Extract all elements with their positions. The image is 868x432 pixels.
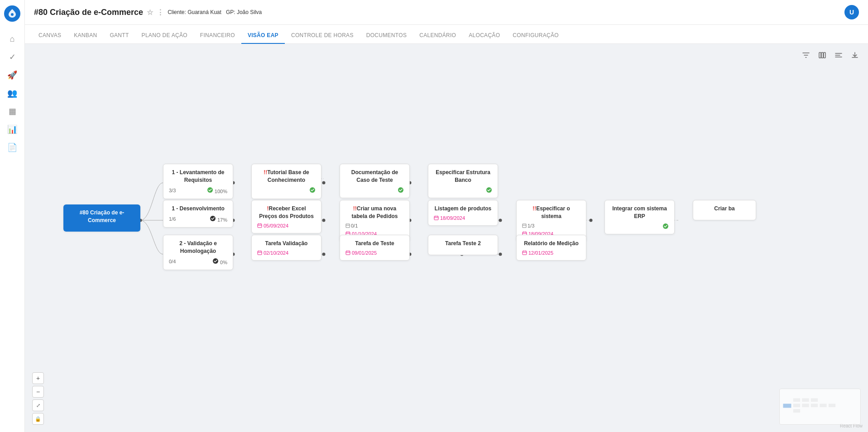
svg-point-15	[322, 181, 326, 185]
tab-gantt[interactable]: GANTT	[103, 28, 135, 44]
tab-plano[interactable]: PLANO DE AÇÃO	[135, 28, 194, 44]
node-listagem[interactable]: Listagem de produtos 18/09/2024	[428, 200, 498, 226]
svg-rect-44	[346, 251, 350, 255]
tab-alocacao[interactable]: ALOCAÇÃO	[462, 28, 506, 44]
node-dev-stats: 1/6 17%	[169, 215, 227, 223]
node-doc-title: Documentação de Caso de Teste	[345, 169, 404, 184]
svg-rect-54	[820, 404, 827, 408]
node-erp-title: Integrar com sistema ERP	[610, 205, 669, 220]
node-integrar-erp[interactable]: Integrar com sistema ERP	[604, 200, 675, 234]
svg-rect-51	[802, 404, 809, 408]
node-relatorio-title: Relatório de Medição	[522, 240, 580, 247]
node-tarefa-teste2[interactable]: Tarefa Teste 2	[428, 235, 498, 255]
tab-horas[interactable]: CONTROLE DE HORAS	[285, 28, 360, 44]
nav-tabs: CANVAS KANBAN GANTT PLANO DE AÇÃO FINANC…	[25, 25, 868, 44]
svg-point-29	[590, 219, 593, 222]
svg-rect-53	[811, 404, 818, 408]
tab-calendario[interactable]: CALENDÁRIO	[413, 28, 462, 44]
main-canvas: #80 Criação de e-Commerce 1 - Levantamen…	[25, 44, 868, 432]
node-criar-ba-title: Criar ba	[699, 205, 750, 213]
node-receber-excel[interactable]: !Receber Excel Preços dos Produtos 05/09…	[251, 200, 321, 233]
node-tarefa-teste[interactable]: Tarefa de Teste 09/01/2025	[340, 235, 410, 261]
node-val-count: 0/4	[169, 259, 176, 264]
tab-kanban[interactable]: KANBAN	[67, 28, 103, 44]
node-validacao[interactable]: 2 - Validação e Homologação 0/4 0%	[163, 235, 233, 270]
download-button[interactable]	[849, 49, 861, 63]
svg-rect-43	[258, 251, 262, 255]
node-tval-title: Tarefa Validação	[257, 240, 316, 247]
fit-view-button[interactable]: ⤢	[32, 399, 44, 411]
node-req-stats: 3/3 100%	[169, 187, 227, 194]
node-req-count: 3/3	[169, 188, 176, 193]
node-tteste-date: 09/01/2025	[345, 250, 404, 256]
node-tutorial-stats	[257, 187, 316, 194]
node-especificar-title: !!Especificar o sistema	[522, 205, 580, 220]
columns-button[interactable]	[816, 49, 828, 63]
node-tteste2-title: Tarefa Teste 2	[434, 240, 492, 247]
svg-point-26	[499, 219, 502, 222]
node-val-title: 2 - Validação e Homologação	[169, 240, 227, 255]
app-logo[interactable]	[4, 5, 20, 22]
sidebar-dashboard[interactable]: ▦	[4, 103, 20, 119]
zoom-out-button[interactable]: −	[32, 386, 44, 398]
more-icon[interactable]: ⋮	[157, 8, 164, 17]
node-doc-caso[interactable]: Documentação de Caso de Teste	[340, 164, 410, 198]
node-tutorial-title: !!Tutorial Base de Conhecimento	[257, 169, 316, 184]
gp-name: João Silva	[237, 9, 262, 15]
sidebar-tasks[interactable]: ✓	[4, 49, 20, 65]
zoom-controls: + − ⤢ 🔒	[32, 372, 44, 425]
sidebar: ⌂ ✓ 🚀 👥 ▦ 📊 📄	[0, 0, 25, 432]
node-excel-date: 05/09/2024	[257, 223, 316, 228]
tab-visao-eap[interactable]: VISÃO EAP	[241, 28, 285, 44]
svg-rect-47	[793, 399, 800, 402]
node-doc-stats	[345, 187, 404, 193]
tab-canvas[interactable]: CANVAS	[32, 28, 67, 44]
node-requisitos[interactable]: 1 - Levantamento de Requisitos 3/3 100%	[163, 164, 233, 199]
align-button[interactable]	[833, 49, 844, 63]
svg-rect-39	[434, 216, 438, 220]
node-val-stats: 0/4 0%	[169, 258, 227, 265]
node-tarefa-validacao[interactable]: Tarefa Validação 02/10/2024	[251, 235, 321, 261]
node-tteste-title: Tarefa de Teste	[345, 240, 404, 247]
lock-button[interactable]: 🔒	[32, 413, 44, 425]
node-criar-ba[interactable]: Criar ba	[693, 200, 756, 220]
star-icon[interactable]: ☆	[147, 8, 153, 17]
svg-rect-49	[793, 409, 800, 413]
svg-rect-46	[783, 404, 791, 408]
svg-rect-55	[829, 404, 835, 408]
header: #80 Criação de e-Commerce ☆ ⋮ Cliente: G…	[25, 0, 868, 25]
minimap[interactable]	[779, 389, 861, 425]
svg-point-27	[499, 253, 502, 256]
tab-configuracao[interactable]: CONFIGURAÇÃO	[506, 28, 565, 44]
gp-label: GP:	[226, 9, 235, 15]
node-tabela-stats: 0/1	[345, 223, 404, 228]
node-tutorial[interactable]: !!Tutorial Base de Conhecimento	[251, 164, 321, 199]
node-val-badge: 0%	[212, 258, 227, 265]
node-banco-title: Especificar Estrutura Banco	[434, 169, 492, 184]
node-root[interactable]: #80 Criação de e-Commerce	[63, 204, 140, 232]
svg-rect-50	[802, 399, 809, 402]
svg-rect-37	[258, 224, 262, 228]
sidebar-docs[interactable]: 📄	[4, 139, 20, 156]
sidebar-chart[interactable]: 📊	[4, 121, 20, 138]
user-avatar[interactable]: U	[844, 5, 859, 19]
node-banco[interactable]: Especificar Estrutura Banco	[428, 164, 498, 198]
svg-point-1	[11, 13, 14, 16]
sidebar-users[interactable]: 👥	[4, 85, 20, 101]
filter-button[interactable]	[800, 49, 812, 63]
node-listagem-title: Listagem de produtos	[434, 205, 492, 213]
node-dev[interactable]: 1 - Desenvolvimento 1/6 17%	[163, 200, 233, 228]
zoom-in-button[interactable]: +	[32, 372, 44, 384]
node-dev-count: 1/6	[169, 216, 176, 222]
client-name: Guaraná Kuat	[187, 9, 221, 15]
tab-financeiro[interactable]: FINANCEIRO	[194, 28, 241, 44]
canvas-toolbar	[800, 49, 861, 63]
svg-rect-45	[523, 251, 527, 255]
project-title: #80 Criação de e-Commerce ☆ ⋮	[34, 8, 164, 17]
sidebar-home[interactable]: ⌂	[4, 31, 20, 47]
node-dev-badge: 17%	[210, 215, 227, 223]
node-banco-stats	[434, 187, 492, 193]
tab-documentos[interactable]: DOCUMENTOS	[360, 28, 413, 44]
node-relatorio[interactable]: Relatório de Medição 12/01/2025	[516, 235, 586, 261]
sidebar-projects[interactable]: 🚀	[4, 67, 20, 83]
